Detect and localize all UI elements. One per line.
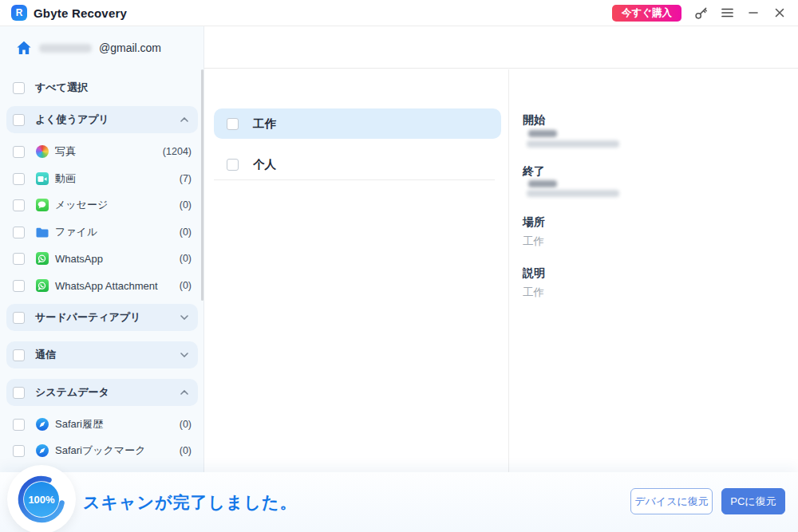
whatsapp-label: WhatsApp (55, 253, 180, 265)
location-label: 場所 (523, 215, 545, 230)
safari-bookmarks-count: (0) (180, 445, 192, 456)
safari-history-checkbox[interactable] (13, 419, 25, 431)
personal-label: 个人 (253, 157, 276, 172)
safari-history-count: (0) (180, 419, 192, 430)
communication-checkbox[interactable] (13, 349, 25, 361)
category-row-personal[interactable]: 个人 (214, 150, 495, 180)
videos-count: (7) (180, 173, 192, 184)
account-row[interactable]: @gmail.com (16, 36, 161, 60)
whatsapp-attachment-label: WhatsApp Attachment (55, 280, 180, 292)
select-all-row[interactable]: すべて選択 (0, 74, 204, 101)
files-label: ファイル (55, 225, 180, 239)
communication-label: 通信 (35, 348, 180, 362)
whatsapp-checkbox[interactable] (13, 253, 25, 265)
progress-percent: 100% (24, 482, 59, 517)
select-all-checkbox[interactable] (13, 82, 25, 94)
sidebar-item-files[interactable]: ファイル (0) (0, 219, 204, 246)
location-value: 工作 (523, 234, 544, 249)
sidebar-item-videos[interactable]: 動画 (7) (0, 165, 204, 192)
sidebar-item-whatsapp-attachment[interactable]: WhatsApp Attachment (0) (0, 272, 204, 299)
brand: R Gbyte Recovery (11, 5, 127, 21)
section-third-party-apps[interactable]: サードパーティアプリ (6, 304, 198, 331)
category-row-work[interactable]: 工作 (214, 108, 501, 139)
home-icon (16, 40, 32, 56)
work-label: 工作 (253, 116, 276, 132)
main-panel: 工作 个人 開始 終了 場所 工作 説明 工作 (204, 26, 798, 472)
scan-status-text: スキャンが完了しました。 (83, 491, 297, 514)
restore-to-device-button[interactable]: デバイスに復元 (630, 488, 713, 514)
safari-bookmarks-checkbox[interactable] (13, 445, 25, 457)
folder-icon (35, 226, 49, 239)
detail-panel: 開始 終了 場所 工作 説明 工作 (204, 26, 798, 472)
safari-icon (35, 418, 49, 432)
close-icon[interactable] (772, 6, 787, 20)
minimize-icon[interactable] (746, 6, 760, 20)
section-system-data[interactable]: システムデータ (6, 379, 198, 406)
safari-icon (35, 444, 49, 458)
photos-icon (35, 145, 49, 159)
third-party-checkbox[interactable] (13, 312, 25, 324)
footer-bar: 100% スキャンが完了しました。 デバイスに復元 PCに復元 (0, 472, 798, 532)
section-favorite-apps[interactable]: よく使うアプリ (6, 106, 198, 133)
video-icon (35, 172, 49, 186)
chevron-up-icon (180, 117, 188, 122)
sidebar-item-safari-bookmarks[interactable]: Safariブックマーク (0) (0, 437, 204, 464)
sidebar-item-photos[interactable]: 写真 (1204) (0, 138, 204, 165)
title-bar: R Gbyte Recovery 今すぐ購入 (0, 0, 798, 26)
scan-progress-badge: 100% (7, 465, 76, 532)
app-window: R Gbyte Recovery 今すぐ購入 (0, 0, 798, 532)
messages-count: (0) (180, 199, 192, 211)
chevron-down-icon (180, 315, 188, 320)
personal-checkbox[interactable] (227, 159, 239, 171)
whatsapp-count: (0) (180, 253, 192, 264)
messages-checkbox[interactable] (13, 199, 25, 211)
files-checkbox[interactable] (13, 227, 25, 238)
restore-to-pc-button[interactable]: PCに復元 (721, 488, 785, 514)
sidebar-item-safari-history[interactable]: Safari履歴 (0) (0, 411, 204, 438)
system-data-checkbox[interactable] (13, 387, 25, 399)
photos-count: (1204) (163, 146, 192, 157)
favorite-apps-checkbox[interactable] (13, 114, 25, 126)
whatsapp-attachment-count: (0) (180, 280, 192, 291)
account-name-redacted (39, 44, 92, 53)
titlebar-controls: 今すぐ購入 (612, 5, 787, 22)
whatsapp-icon (35, 279, 49, 293)
videos-checkbox[interactable] (13, 173, 25, 185)
start-label: 開始 (523, 113, 545, 128)
select-all-label: すべて選択 (35, 81, 88, 95)
sidebar-item-whatsapp[interactable]: WhatsApp (0) (0, 245, 204, 272)
chevron-up-icon (180, 390, 188, 395)
start-value-redacted (527, 140, 619, 148)
app-title: Gbyte Recovery (34, 6, 127, 20)
panel-divider (508, 69, 509, 472)
buy-now-button[interactable]: 今すぐ購入 (612, 5, 681, 22)
end-value-redacted (528, 180, 557, 187)
safari-bookmarks-label: Safariブックマーク (55, 443, 180, 458)
account-email: @gmail.com (99, 41, 161, 54)
app-logo-icon: R (11, 5, 27, 21)
sidebar-item-messages[interactable]: メッセージ (0) (0, 191, 204, 219)
safari-history-label: Safari履歴 (55, 417, 180, 432)
work-checkbox[interactable] (227, 118, 239, 130)
sidebar: @gmail.com すべて選択 よく使うアプリ 写真 (1204) 動画 (7… (0, 26, 204, 472)
description-value: 工作 (523, 286, 544, 300)
messages-label: メッセージ (55, 198, 180, 212)
description-label: 説明 (523, 266, 545, 281)
main-header (204, 26, 798, 69)
end-value-redacted (527, 190, 619, 197)
sidebar-scrollbar[interactable] (201, 69, 203, 301)
chevron-down-icon (180, 353, 188, 357)
videos-label: 動画 (55, 171, 180, 186)
whatsapp-attachment-checkbox[interactable] (13, 280, 25, 292)
start-value-redacted (528, 130, 557, 137)
files-count: (0) (180, 227, 192, 238)
whatsapp-icon (35, 252, 49, 266)
messages-icon (35, 199, 49, 212)
license-key-icon[interactable] (693, 6, 708, 20)
system-data-label: システムデータ (35, 385, 180, 400)
third-party-label: サードパーティアプリ (35, 310, 180, 325)
menu-icon[interactable] (720, 6, 734, 20)
section-communication[interactable]: 通信 (6, 341, 198, 368)
favorite-apps-label: よく使うアプリ (35, 112, 180, 127)
photos-checkbox[interactable] (13, 146, 25, 158)
